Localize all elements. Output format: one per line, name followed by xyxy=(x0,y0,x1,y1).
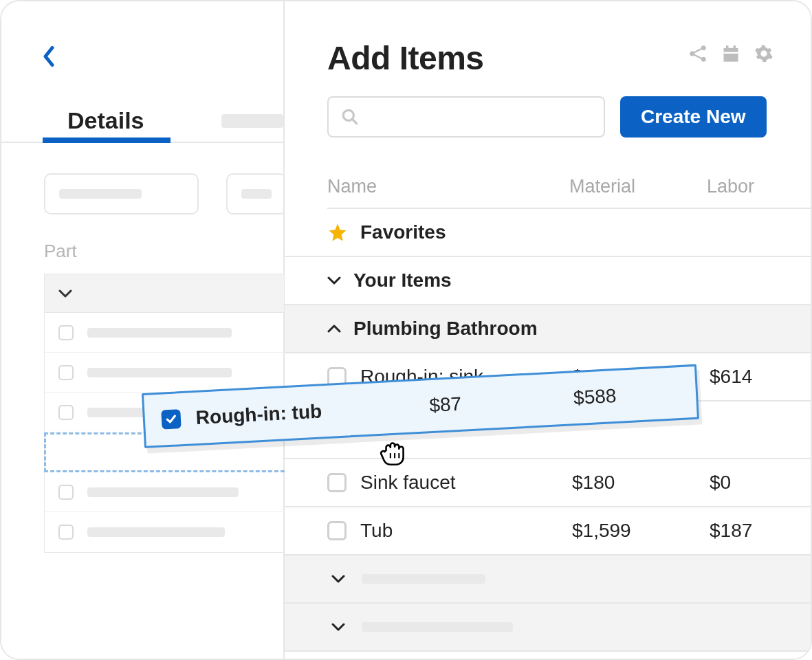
group-your-items[interactable]: Your Items xyxy=(285,257,811,305)
tab-details-label: Details xyxy=(67,107,144,134)
ghost-input-2[interactable] xyxy=(226,173,287,214)
part-section-label: Part xyxy=(44,241,77,262)
svg-line-8 xyxy=(352,119,357,124)
group-plumbing-bathroom[interactable]: Plumbing Bathroom xyxy=(285,305,811,353)
details-panel: Details Part xyxy=(1,1,285,659)
dragged-item-name: Rough-in: tub xyxy=(195,395,430,429)
back-button[interactable] xyxy=(41,46,62,67)
item-row-sink-faucet[interactable]: Sink faucet $180 $0 xyxy=(285,459,811,507)
item-name: Tub xyxy=(360,520,572,542)
chevron-down-icon xyxy=(327,274,341,287)
item-material: $1,599 xyxy=(572,520,710,542)
checkbox[interactable] xyxy=(327,473,347,492)
item-labor: $614 xyxy=(710,366,752,388)
dragged-item-labor: $588 xyxy=(573,385,617,409)
group-collapsed[interactable] xyxy=(285,556,811,604)
page-title: Add Items xyxy=(327,39,484,77)
share-button[interactable] xyxy=(688,44,707,63)
chevron-down-icon xyxy=(331,620,345,634)
svg-rect-6 xyxy=(734,45,736,50)
gear-icon xyxy=(754,44,773,63)
tab-placeholder xyxy=(221,114,283,128)
chevron-up-icon xyxy=(327,322,341,336)
ghost-input-1[interactable] xyxy=(44,173,199,214)
tabs-row: Details xyxy=(1,99,283,143)
add-items-panel: Add Items Create New Name Material Labor xyxy=(285,1,811,659)
checkbox[interactable] xyxy=(327,521,347,540)
ghost-inputs xyxy=(44,173,287,214)
search-input[interactable] xyxy=(327,96,605,138)
list-item[interactable] xyxy=(45,313,284,353)
column-material: Material xyxy=(569,176,707,197)
svg-point-1 xyxy=(701,45,706,50)
column-labor: Labor xyxy=(707,176,811,197)
svg-point-2 xyxy=(701,57,706,62)
check-icon xyxy=(164,412,177,426)
item-material: $180 xyxy=(572,472,710,494)
checkbox-checked[interactable] xyxy=(161,409,181,429)
chevron-down-icon xyxy=(331,572,345,586)
settings-button[interactable] xyxy=(754,44,773,63)
group-label: Your Items xyxy=(353,270,452,292)
create-new-button[interactable]: Create New xyxy=(620,96,767,138)
item-name: Sink faucet xyxy=(360,472,572,494)
part-list-header[interactable] xyxy=(45,274,284,313)
item-labor: $0 xyxy=(710,472,731,494)
calendar-button[interactable] xyxy=(721,44,740,63)
list-item[interactable] xyxy=(45,472,284,512)
group-collapsed[interactable] xyxy=(285,604,811,652)
star-icon xyxy=(327,222,348,243)
chevron-left-icon xyxy=(41,46,56,67)
item-labor: $187 xyxy=(710,520,752,542)
list-item[interactable] xyxy=(45,353,284,393)
tab-details[interactable]: Details xyxy=(1,99,144,142)
svg-rect-5 xyxy=(726,45,729,50)
group-label: Favorites xyxy=(360,221,446,243)
item-row-tub[interactable]: Tub $1,599 $187 xyxy=(285,507,811,556)
list-item[interactable] xyxy=(45,512,284,552)
search-icon xyxy=(341,108,359,126)
dragged-item-material: $87 xyxy=(429,387,574,417)
svg-rect-3 xyxy=(724,48,738,62)
calendar-icon xyxy=(721,44,740,63)
svg-rect-4 xyxy=(724,52,738,54)
group-label: Plumbing Bathroom xyxy=(353,318,538,340)
tab-active-indicator xyxy=(43,138,171,143)
svg-point-0 xyxy=(690,52,694,56)
table-header: Name Material Labor xyxy=(327,165,811,209)
chevron-down-icon xyxy=(58,289,72,298)
share-icon xyxy=(688,44,707,63)
column-name: Name xyxy=(327,176,569,197)
grab-cursor-icon xyxy=(376,434,410,469)
group-favorites[interactable]: Favorites xyxy=(285,209,811,257)
